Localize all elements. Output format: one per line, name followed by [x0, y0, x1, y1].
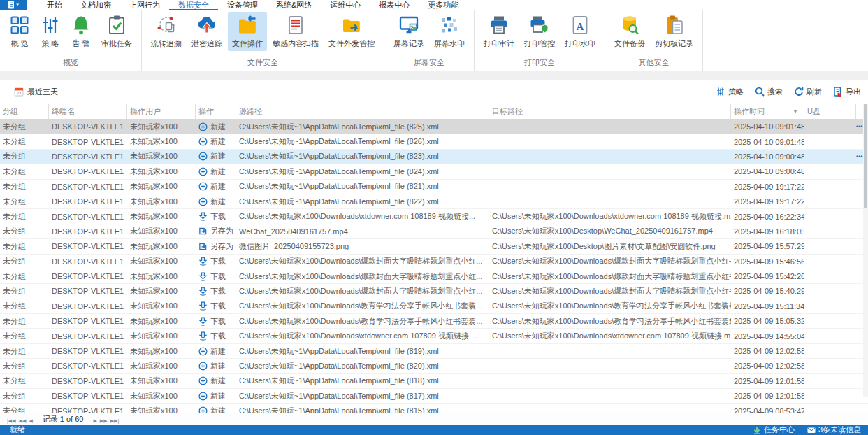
row-menu-dots-button[interactable]: ••• — [856, 153, 862, 160]
ribbon-button-alert[interactable]: 告 警 — [66, 12, 96, 51]
filter-actions: 策略搜索刷新导出 — [716, 87, 861, 97]
screen-record-icon — [398, 15, 419, 36]
policy-small-icon — [716, 87, 725, 97]
ribbon-button-flow-trace[interactable]: 流转追溯 — [147, 12, 186, 51]
search-button[interactable]: 搜索 — [755, 87, 783, 97]
file-outgoing-icon — [341, 15, 362, 36]
menu-tab-ops-center[interactable]: 运维中心 — [321, 0, 370, 10]
first-page-button[interactable]: |◀◀ — [6, 418, 17, 423]
menu-tab-doc-encrypt[interactable]: 文档加密 — [71, 0, 120, 10]
ribbon-button-file-operations[interactable]: 文件操作 — [228, 12, 267, 51]
export-button[interactable]: 导出 — [833, 87, 861, 97]
column-header-source-path[interactable]: 源路径 — [236, 104, 489, 119]
menu-tab-web-behavior[interactable]: 上网行为 — [120, 0, 169, 10]
cell-operator: 未知玩家x100 — [127, 374, 196, 388]
operation-label: 另存为 — [210, 226, 233, 236]
ribbon-button-screen-record[interactable]: 屏幕记录 — [389, 12, 428, 51]
column-header-terminal[interactable]: 终端名 — [49, 104, 127, 119]
next-page-button[interactable]: ▶ — [92, 418, 98, 423]
app-menu-button[interactable] — [0, 0, 27, 10]
ribbon-button-file-outgoing[interactable]: 文件外发管控 — [324, 12, 379, 51]
menu-tab-more[interactable]: 更多功能 — [419, 0, 468, 10]
file-operations-folder-icon — [237, 15, 258, 36]
table-row[interactable]: 未分组DESKTOP-VLKTLE1未知玩家x100新建C:\Users\未知玩… — [0, 359, 868, 373]
menu-tab-system-network[interactable]: 系统&网络 — [267, 0, 321, 10]
ribbon-button-clipboard-record[interactable]: 剪切板记录 — [651, 12, 697, 51]
column-header-target-path[interactable]: 目标路径 — [489, 104, 731, 119]
table-row[interactable]: 未分组DESKTOP-VLKTLE1未知玩家x100另存为微信图片_202504… — [0, 239, 868, 254]
table-row[interactable]: 未分组DESKTOP-VLKTLE1未知玩家x100新建C:\Users\未知玩… — [0, 344, 868, 359]
prev-page-button[interactable]: ◀ — [27, 418, 34, 423]
cell-target-path — [489, 344, 731, 358]
table-row[interactable]: 未分组DESKTOP-VLKTLE1未知玩家x100新建C:\Users\未知玩… — [0, 374, 868, 389]
table-row[interactable]: 未分组DESKTOP-VLKTLE1未知玩家x100新建C:\Users\未知玩… — [0, 180, 868, 194]
cell-operator: 未知玩家x100 — [127, 329, 196, 343]
column-header-operation-time[interactable]: 操作时间▼ — [731, 104, 804, 119]
ribbon-button-label: 策 略 — [41, 38, 59, 49]
column-header-group[interactable]: 分组 — [0, 104, 49, 119]
table-row[interactable]: 未分组DESKTOP-VLKTLE1未知玩家x100另存为WeChat_2025… — [0, 224, 868, 239]
task-center-button[interactable]: 任务中心 — [753, 425, 795, 435]
op-download-icon — [198, 272, 208, 281]
table-row[interactable]: 未分组DESKTOP-VLKTLE1未知玩家x100下载C:\Users\未知玩… — [0, 284, 868, 299]
menu-tab-start[interactable]: 开始 — [38, 0, 71, 10]
fast-prev-button[interactable]: ◀◀ — [17, 418, 28, 423]
task-center-label: 任务中心 — [764, 425, 795, 435]
table-row[interactable]: 未分组DESKTOP-VLKTLE1未知玩家x100新建C:\Users\未知玩… — [0, 194, 868, 209]
ribbon-button-print-control[interactable]: 打印管控 — [520, 12, 559, 51]
table-row[interactable]: 未分组DESKTOP-VLKTLE1未知玩家x100新建C:\Users\未知玩… — [0, 134, 868, 149]
column-header-usb[interactable]: U盘 — [804, 104, 856, 119]
menu-tab-device-mgmt[interactable]: 设备管理 — [218, 0, 267, 10]
op-download-icon — [198, 301, 208, 311]
ribbon-button-print-watermark[interactable]: A打印水印 — [560, 12, 600, 51]
column-header-operation[interactable]: 操作 — [196, 104, 236, 119]
table-row[interactable]: 未分组DESKTOP-VLKTLE1未知玩家x100下载C:\Users\未知玩… — [0, 255, 868, 269]
column-header-label: 操作时间 — [734, 106, 765, 117]
policy-button[interactable]: 策略 — [716, 87, 744, 97]
ribbon-button-sensitive-scan[interactable]: 敏感内容扫描 — [268, 12, 323, 51]
unread-messages-button[interactable]: 3条未读信息 — [807, 425, 861, 435]
leak-trace-cloud-icon — [196, 15, 217, 36]
fast-next-button[interactable]: ▶▶ — [99, 418, 109, 423]
table-row[interactable]: 未分组DESKTOP-VLKTLE1未知玩家x100新建C:\Users\未知玩… — [0, 150, 868, 164]
menu-tab-report-center[interactable]: 报表中心 — [370, 0, 419, 10]
cell-operator: 未知玩家x100 — [127, 239, 196, 253]
sort-caret-icon[interactable]: ▼ — [793, 108, 798, 115]
date-range-filter[interactable]: 23 最近三天 — [14, 87, 58, 97]
table-row[interactable]: 未分组DESKTOP-VLKTLE1未知玩家x100新建C:\Users\未知玩… — [0, 404, 868, 413]
cell-source-path: C:\Users\未知玩家x100\Downloads\爆款封面大字吸睛标题划重… — [236, 255, 489, 269]
ribbon-button-leak-trace[interactable]: 泄密追踪 — [187, 12, 226, 51]
table-row[interactable]: 未分组DESKTOP-VLKTLE1未知玩家x100新建C:\Users\未知玩… — [0, 164, 868, 179]
table-row[interactable]: 未分组DESKTOP-VLKTLE1未知玩家x100下载C:\Users\未知玩… — [0, 269, 868, 284]
table-row[interactable]: 未分组DESKTOP-VLKTLE1未知玩家x100下载C:\Users\未知玩… — [0, 314, 868, 329]
cell-group: 未分组 — [0, 209, 49, 223]
cell-target-path — [489, 374, 731, 388]
table-row[interactable]: 未分组DESKTOP-VLKTLE1未知玩家x100下载C:\Users\未知玩… — [0, 209, 868, 224]
ribbon-button-print-audit[interactable]: 打印审计 — [479, 12, 519, 51]
table-row[interactable]: 未分组DESKTOP-VLKTLE1未知玩家x100下载C:\Users\未知玩… — [0, 329, 868, 343]
cell-terminal: DESKTOP-VLKTLE1 — [49, 344, 127, 358]
scrollbar-thumb[interactable] — [864, 104, 867, 208]
cell-target-path: C:\Users\未知玩家x100\Downloads\教育学习法分享手帐风小红… — [489, 314, 731, 328]
ribbon-button-file-backup[interactable]: 文件备份 — [610, 12, 649, 51]
table-row[interactable]: 未分组DESKTOP-VLKTLE1未知玩家x100新建C:\Users\未知玩… — [0, 389, 868, 404]
cell-target-path — [489, 404, 731, 413]
menu-tab-data-security[interactable]: 数据安全 — [169, 0, 218, 10]
vertical-scrollbar[interactable] — [863, 104, 868, 397]
ribbon-button-screen-watermark[interactable]: 屏幕水印 — [430, 12, 469, 51]
refresh-icon — [794, 87, 804, 97]
table-row[interactable]: 未分组DESKTOP-VLKTLE1未知玩家x100下载C:\Users\未知玩… — [0, 299, 868, 314]
ribbon-group-other-security: 文件备份剪切板记录其他安全 — [605, 10, 703, 71]
refresh-button[interactable]: 刷新 — [794, 87, 822, 97]
record-count-text: 记录 1 of 60 — [38, 414, 88, 425]
ribbon-button-approval-tasks[interactable]: 审批任务 — [97, 12, 136, 51]
ribbon-button-overview[interactable]: 概 览 — [5, 12, 34, 51]
operation-label: 另存为 — [210, 241, 233, 252]
last-page-button[interactable]: ▶▶| — [109, 418, 121, 423]
row-menu-dots-button[interactable]: ••• — [856, 123, 862, 130]
cell-operation: 新建 — [196, 389, 236, 403]
ribbon-button-policy[interactable]: 策 略 — [36, 12, 65, 51]
cell-source-path: C:\Users\未知玩~1\AppData\Local\Temp\xml_fi… — [236, 389, 489, 403]
table-row[interactable]: 未分组DESKTOP-VLKTLE1未知玩家x100新建C:\Users\未知玩… — [0, 120, 868, 134]
column-header-operator[interactable]: 操作用户 — [127, 104, 196, 119]
